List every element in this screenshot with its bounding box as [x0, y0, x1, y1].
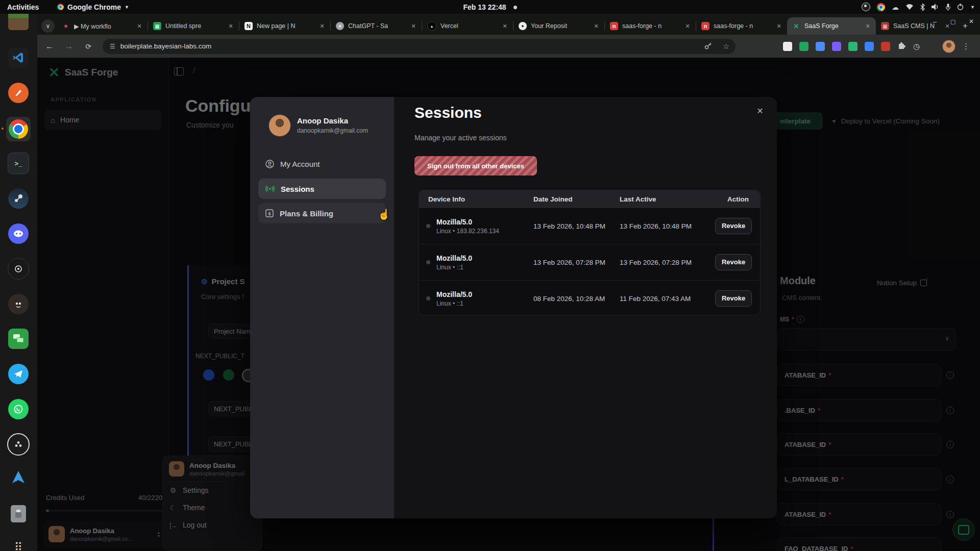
forward-button[interactable]	[62, 39, 76, 54]
last-active: 13 Feb 2026, 07:28 PM	[620, 259, 706, 266]
tab-close-icon[interactable]	[775, 22, 783, 30]
restore-button[interactable]	[948, 17, 958, 26]
device-name: Mozilla/5.0	[436, 254, 472, 264]
billing-icon: $	[265, 209, 274, 217]
table-row: Mozilla/5.0 Linux • 183.82.236.134 13 Fe…	[419, 208, 760, 244]
running-indicator	[2, 128, 4, 130]
n8n-favicon	[62, 22, 70, 30]
table-row: Mozilla/5.0 Linux • ::1 13 Feb 2026, 07:…	[419, 244, 760, 280]
avatar	[268, 114, 291, 137]
tab-close-icon[interactable]	[864, 22, 872, 30]
date-joined: 08 Feb 2026, 10:28 AM	[533, 295, 620, 303]
extension-icon[interactable]	[832, 42, 841, 51]
extension-icon[interactable]	[816, 42, 825, 51]
notification-dot	[513, 6, 517, 9]
dock-item-gimp[interactable]	[6, 292, 31, 316]
bookmark-star-icon[interactable]	[723, 42, 729, 51]
account-name: Anoop Dasika	[297, 116, 348, 125]
device-meta: Linux • 183.82.236.134	[436, 228, 499, 235]
tab-search-button[interactable]	[41, 19, 55, 33]
profile-avatar[interactable]	[942, 40, 955, 53]
desktop: Activities Google Chrome ▼ Feb 13 22:48 …	[0, 0, 980, 551]
dock-item-camera-app[interactable]	[6, 257, 31, 281]
extension-icon[interactable]	[848, 42, 857, 51]
address-bar[interactable]: boilerplate.bayesian-labs.com	[103, 39, 736, 54]
extension-icon[interactable]	[799, 42, 808, 51]
revoke-button[interactable]: Revoke	[715, 218, 752, 234]
cms-favicon	[881, 22, 889, 30]
dock-item-steam[interactable]	[6, 186, 31, 211]
tab-saas-forge-active[interactable]: SaaS Forge	[787, 17, 876, 35]
tab-title: saas-forge - n	[714, 22, 753, 30]
modal-nav-sessions[interactable]: Sessions	[258, 179, 386, 199]
history-clock-icon[interactable]	[913, 42, 920, 51]
tab-title: Untitled spre	[165, 22, 201, 30]
tab-vercel[interactable]: Vercel	[422, 17, 513, 35]
dock-item-obs[interactable]	[6, 432, 31, 457]
close-window-button[interactable]	[967, 17, 976, 26]
tab-close-icon[interactable]	[227, 22, 235, 30]
tab-untitled-spreadsheet[interactable]: Untitled spre	[148, 17, 239, 35]
saas-forge-favicon	[792, 22, 800, 30]
hand-cursor	[378, 208, 390, 220]
webpage: SaaS Forge APPLICATION Home Credits Used…	[37, 58, 980, 551]
tab-close-icon[interactable]	[501, 22, 509, 30]
extensions-row[interactable]	[783, 41, 920, 52]
github-favicon	[519, 22, 527, 30]
extension-icon[interactable]	[865, 42, 874, 51]
tab-title: ChatGPT - Sa	[348, 22, 388, 30]
extension-icon[interactable]	[783, 42, 792, 51]
tab-new-page-notion[interactable]: New page | N	[239, 17, 330, 35]
dock-item-usb-media[interactable]	[6, 502, 31, 526]
dock-item-chrome[interactable]	[6, 117, 31, 141]
dock-item-discord[interactable]	[6, 221, 31, 246]
last-active: 13 Feb 2026, 10:48 PM	[620, 222, 706, 230]
tab-close-icon[interactable]	[409, 22, 418, 30]
device-name: Mozilla/5.0	[436, 290, 472, 300]
reload-button[interactable]	[81, 39, 95, 54]
modal-nav-my-account[interactable]: My Account	[258, 154, 386, 174]
user-circle-icon	[265, 160, 274, 168]
tab-title: Vercel	[440, 22, 458, 30]
cloud-icon	[892, 3, 899, 11]
dock-item-whatsapp[interactable]	[6, 397, 31, 421]
browser-menu-kebab-icon[interactable]	[962, 42, 970, 51]
revoke-button[interactable]: Revoke	[715, 254, 752, 270]
extension-icon[interactable]	[881, 42, 890, 51]
extensions-puzzle-icon[interactable]	[897, 41, 906, 52]
clock-area: Feb 13 22:48	[0, 3, 980, 11]
close-icon[interactable]	[754, 105, 766, 116]
tab-close-icon[interactable]	[592, 22, 600, 30]
obs-tray-icon	[862, 3, 870, 11]
device-meta: Linux • ::1	[436, 300, 472, 307]
tab-github-repos[interactable]: Your Reposit	[513, 17, 604, 35]
dock-item-screens-app[interactable]	[6, 327, 31, 351]
minimize-button[interactable]	[930, 17, 939, 26]
dock-item-paint-app[interactable]	[6, 81, 31, 105]
dock-item-blue-cone-app[interactable]	[6, 465, 31, 490]
revoke-button[interactable]: Revoke	[715, 290, 752, 307]
back-button[interactable]	[42, 39, 57, 54]
dock-item-app-grid[interactable]: ⠿	[6, 535, 31, 551]
dock-item-telegram[interactable]	[6, 362, 31, 386]
signout-all-devices-button[interactable]: Sign out from all other devices	[414, 156, 537, 176]
password-key-icon[interactable]	[704, 42, 712, 51]
tab-saas-forge-notion-1[interactable]: saas-forge - n	[605, 17, 696, 35]
site-settings-icon[interactable]	[110, 43, 115, 50]
tab-close-icon[interactable]	[135, 22, 143, 30]
tab-close-icon[interactable]	[318, 22, 326, 30]
modal-sidebar: Anoop Dasika danoopkarnik@gmail.com My A…	[250, 97, 394, 518]
chevron-down-icon: ▼	[970, 5, 975, 10]
vercel-favicon	[427, 21, 436, 31]
tab-chatgpt[interactable]: ChatGPT - Sa	[331, 17, 422, 35]
tab-title: saas-forge - n	[622, 22, 662, 30]
dock-item-vscode[interactable]	[6, 45, 31, 70]
clock[interactable]: Feb 13 22:48	[463, 3, 506, 11]
session-dot	[426, 224, 430, 228]
system-tray[interactable]: ▼	[862, 3, 975, 11]
modal-nav-plans-billing[interactable]: $ Plans & Billing	[258, 203, 386, 223]
tab-my-workflow[interactable]: ▶ My workflo	[57, 17, 148, 35]
tab-close-icon[interactable]	[683, 22, 692, 30]
dock-item-terminal[interactable]: >_	[6, 151, 31, 176]
tab-saas-forge-notion-2[interactable]: saas-forge - n	[696, 17, 787, 35]
